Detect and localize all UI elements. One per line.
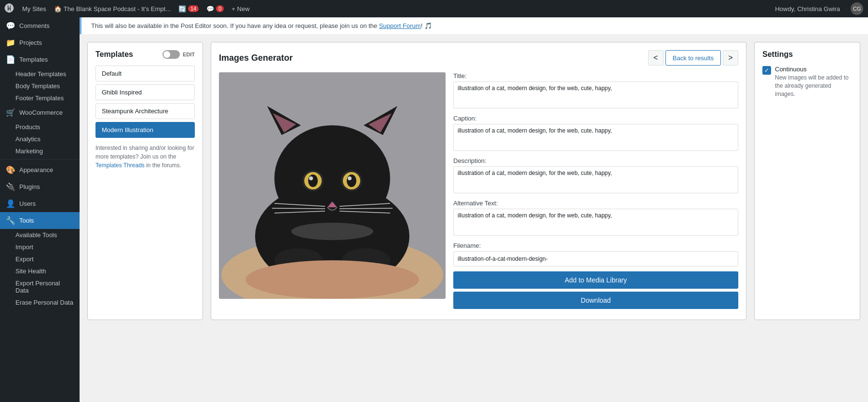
sidebar: 💬 Comments 📁 Projects 📄 Templates Header…	[0, 17, 80, 402]
home-icon: 🏠	[54, 5, 62, 13]
footer-templates-label: Footer Templates	[15, 94, 64, 102]
sidebar-item-templates[interactable]: 📄 Templates	[0, 51, 80, 68]
new-label: + New	[231, 5, 249, 13]
support-forum-link[interactable]: Support Forum	[379, 22, 421, 29]
comments-icon: 💬	[6, 21, 15, 30]
generator-title: Images Generator	[219, 53, 293, 63]
sidebar-item-available-tools[interactable]: Available Tools	[0, 229, 80, 241]
erase-personal-data-label: Erase Personal Data	[15, 299, 73, 306]
alt-text-textarea[interactable]: illustration of a cat, modern design, fo…	[453, 209, 738, 236]
alt-text-textarea-wrapper: illustration of a cat, modern design, fo…	[453, 209, 738, 237]
marketing-label: Marketing	[15, 147, 43, 155]
comments-icon: 💬	[206, 5, 214, 13]
templates-footer-text: Interested in sharing and/or looking for…	[95, 145, 194, 160]
description-field-group: Description: illustration of a cat, mode…	[453, 157, 738, 195]
template-item-default[interactable]: Default	[95, 66, 195, 81]
caption-textarea[interactable]: illustration of a cat, modern design, fo…	[453, 124, 738, 151]
wp-logo[interactable]: 🅦	[5, 3, 14, 14]
templates-panel: Templates EDIT Default Ghibli Inspired S…	[87, 42, 203, 320]
sidebar-item-users[interactable]: 👤 Users	[0, 195, 80, 212]
edit-toggle[interactable]	[163, 50, 180, 59]
admin-bar: 🅦 My Sites 🏠 The Blank Space Podcast - I…	[0, 0, 868, 17]
analytics-label: Analytics	[15, 135, 41, 143]
generator-header: Images Generator < Back to results >	[219, 50, 738, 66]
next-button[interactable]: >	[723, 50, 738, 66]
sidebar-item-products[interactable]: Products	[0, 121, 80, 133]
page-content: Templates EDIT Default Ghibli Inspired S…	[80, 34, 868, 328]
title-textarea[interactable]: illustration of a cat, modern design, fo…	[453, 81, 738, 108]
sidebar-item-plugins[interactable]: 🔌 Plugins	[0, 178, 80, 195]
template-item-modern-illustration[interactable]: Modern Illustration	[95, 122, 195, 138]
my-sites-label: My Sites	[22, 5, 46, 13]
content-area: This will also be available in the Post …	[80, 17, 868, 402]
sidebar-item-export[interactable]: Export	[0, 253, 80, 265]
continuous-content: Continuous New images will be added to t…	[775, 66, 852, 98]
svg-line-18	[272, 208, 325, 209]
images-generator: Images Generator < Back to results >	[211, 42, 746, 320]
caption-field-group: Caption: illustration of a cat, modern d…	[453, 115, 738, 152]
tools-icon: 🔧	[6, 216, 15, 225]
available-tools-label: Available Tools	[15, 231, 57, 239]
nav-buttons: < Back to results >	[648, 50, 738, 66]
updates[interactable]: 🔄 14	[178, 5, 199, 13]
sidebar-item-site-health[interactable]: Site Health	[0, 265, 80, 277]
updates-count: 14	[188, 5, 199, 12]
sidebar-item-header-templates[interactable]: Header Templates	[0, 68, 80, 80]
continuous-desc: New images will be added to the already …	[775, 74, 852, 98]
templates-footer-suffix: in the forums.	[145, 162, 181, 169]
comments-count: 0	[216, 5, 224, 12]
templates-icon: 📄	[6, 55, 15, 64]
sidebar-item-marketing[interactable]: Marketing	[0, 145, 80, 157]
svg-point-3	[274, 125, 390, 231]
svg-point-14	[347, 174, 356, 187]
continuous-checkbox[interactable]: ✓	[762, 66, 771, 75]
body-templates-label: Body Templates	[15, 82, 60, 90]
svg-point-23	[291, 223, 373, 240]
back-to-results-button[interactable]: Back to results	[665, 50, 721, 66]
woocommerce-icon: 🛒	[6, 108, 15, 117]
sidebar-item-import[interactable]: Import	[0, 241, 80, 253]
edit-toggle-container: EDIT	[163, 50, 195, 59]
caption-label: Caption:	[453, 115, 738, 122]
sidebar-item-comments[interactable]: 💬 Comments	[0, 17, 80, 34]
title-field-group: Title: illustration of a cat, modern des…	[453, 72, 738, 110]
sidebar-item-erase-personal-data[interactable]: Erase Personal Data	[0, 296, 80, 308]
sidebar-item-label: Appearance	[19, 166, 53, 174]
filename-input[interactable]	[453, 251, 738, 267]
sidebar-item-export-personal-data[interactable]: Export Personal Data	[0, 277, 80, 296]
sidebar-item-tools[interactable]: 🔧 Tools	[0, 212, 80, 229]
comments-admin[interactable]: 💬 0	[206, 5, 224, 13]
continuous-setting: ✓ Continuous New images will be added to…	[762, 66, 852, 98]
svg-point-10	[308, 174, 318, 187]
sidebar-item-appearance[interactable]: 🎨 Appearance	[0, 161, 80, 178]
sidebar-item-woocommerce[interactable]: 🛒 WooCommerce	[0, 104, 80, 121]
templates-threads-link[interactable]: Templates Threads	[95, 162, 145, 169]
export-label: Export	[15, 255, 34, 263]
edit-toggle-label: EDIT	[183, 52, 195, 57]
sidebar-item-body-templates[interactable]: Body Templates	[0, 80, 80, 92]
add-to-media-button[interactable]: Add to Media Library	[453, 271, 738, 289]
template-item-ghibli[interactable]: Ghibli Inspired	[95, 84, 195, 100]
prev-button[interactable]: <	[648, 50, 664, 66]
sidebar-item-analytics[interactable]: Analytics	[0, 133, 80, 145]
description-textarea[interactable]: illustration of a cat, modern design, fo…	[453, 166, 738, 193]
my-sites[interactable]: My Sites	[22, 5, 46, 13]
sidebar-item-label: WooCommerce	[19, 109, 63, 116]
alt-text-label: Alternative Text:	[453, 200, 738, 207]
sidebar-item-footer-templates[interactable]: Footer Templates	[0, 92, 80, 104]
template-item-steampunk[interactable]: Steampunk Architecture	[95, 103, 195, 119]
sidebar-item-label: Templates	[19, 56, 48, 63]
site-name-label: The Blank Space Podcast - It's Empt...	[64, 5, 171, 13]
export-personal-data-label: Export Personal Data	[15, 280, 60, 294]
notice-suffix: ! 🎵	[421, 22, 432, 29]
sidebar-item-label: Projects	[19, 39, 42, 46]
sidebar-item-projects[interactable]: 📁 Projects	[0, 34, 80, 51]
sidebar-item-label: Users	[19, 200, 36, 207]
import-label: Import	[15, 243, 33, 251]
settings-title: Settings	[762, 50, 852, 59]
new-button[interactable]: + New	[231, 5, 249, 13]
caption-textarea-wrapper: illustration of a cat, modern design, fo…	[453, 124, 738, 152]
download-button[interactable]: Download	[453, 292, 738, 309]
site-name[interactable]: 🏠 The Blank Space Podcast - It's Empt...	[54, 5, 171, 13]
settings-panel: Settings ✓ Continuous New images will be…	[754, 42, 860, 320]
